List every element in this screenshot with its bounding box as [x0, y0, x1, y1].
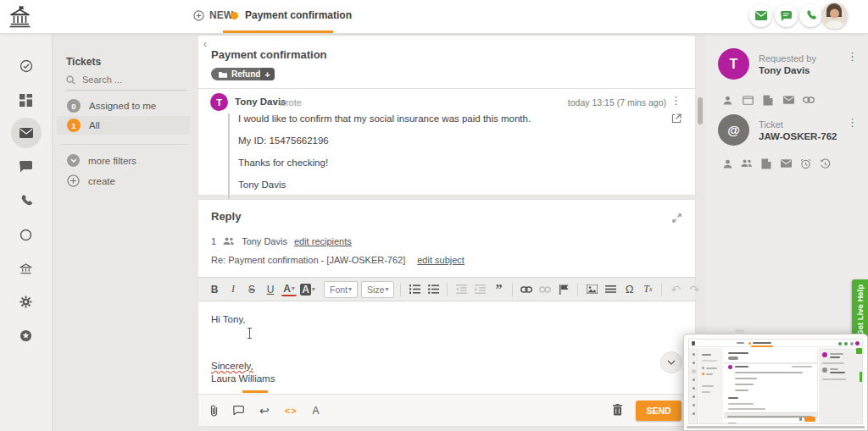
quote-reply-button[interactable]: ↩ — [259, 404, 270, 417]
divider — [198, 88, 695, 89]
undo-button[interactable]: ↶ — [668, 281, 683, 298]
ticket-reminder-button[interactable] — [799, 157, 811, 169]
ticket-agent-button[interactable] — [721, 157, 733, 169]
strikethrough-button[interactable]: S — [244, 281, 259, 298]
reply-body-editor[interactable]: Hi Tony, Sincerely, Laura Williams — [198, 302, 695, 395]
ticket-participants-button[interactable] — [741, 157, 753, 169]
plain-text-button[interactable]: A — [313, 405, 320, 417]
requester-notes-button[interactable] — [762, 94, 774, 106]
edit-subject-link[interactable]: edit subject — [417, 255, 465, 265]
ticket-tab-payment-confirmation[interactable]: Payment confirmation — [231, 9, 352, 21]
redo-button[interactable]: ↷ — [687, 281, 702, 298]
agent-avatar[interactable] — [821, 3, 848, 29]
nav-tickets-button[interactable] — [11, 118, 42, 148]
underline-button[interactable]: U — [263, 281, 278, 298]
recipients-row: 1 Tony Davis edit recipients — [211, 236, 352, 246]
discard-draft-button[interactable] — [613, 404, 622, 416]
bg-color-button[interactable]: A▾ — [300, 281, 315, 298]
plus-circle-icon — [67, 174, 80, 187]
message-menu-kebab-icon[interactable]: ⋮ — [670, 95, 682, 106]
message-line: Thanks for checking! — [238, 157, 531, 168]
expand-editor-icon[interactable] — [672, 213, 682, 223]
requester-avatar[interactable]: T — [718, 48, 749, 80]
bullet-list-button[interactable] — [426, 281, 441, 298]
search-input[interactable] — [82, 75, 175, 85]
nav-social-button[interactable] — [11, 219, 42, 250]
caret-icon: ▾ — [385, 285, 388, 293]
blockquote-button[interactable]: ” — [491, 281, 506, 298]
screen-share-preview-window[interactable] — [683, 334, 868, 431]
create-filter-button[interactable]: create — [67, 174, 115, 187]
note-icon — [761, 158, 771, 169]
nav-gamification-button[interactable] — [11, 320, 42, 351]
more-filters-button[interactable]: more filters — [67, 154, 136, 167]
clear-format-button[interactable]: Tx — [640, 281, 655, 298]
add-tag-button[interactable]: + — [260, 68, 275, 80]
nav-dashboard-button[interactable] — [11, 85, 42, 115]
requester-email-button[interactable] — [782, 94, 794, 106]
ticket-notes-button[interactable] — [760, 157, 772, 169]
chat-icon — [781, 11, 792, 21]
flag-button[interactable] — [556, 281, 571, 298]
open-in-new-window-icon[interactable] — [671, 113, 682, 124]
all-count-badge: 1 — [67, 119, 81, 132]
requester-profile-button[interactable] — [721, 94, 733, 106]
card-icon — [743, 96, 754, 105]
live-help-tab[interactable]: Get Live Help — [852, 279, 868, 340]
special-char-button[interactable]: Ω — [621, 281, 637, 298]
new-call-button[interactable] — [799, 4, 822, 27]
scrollbar-thumb[interactable] — [698, 97, 703, 124]
attach-file-button[interactable] — [210, 405, 218, 417]
filter-assigned-to-me[interactable]: 0 Assigned to me — [57, 97, 190, 115]
outdent-button[interactable] — [453, 281, 469, 298]
nav-calls-button[interactable] — [11, 185, 42, 216]
requester-menu-kebab-icon[interactable]: ⋮ — [847, 51, 858, 62]
requester-card-button[interactable] — [742, 94, 754, 106]
message-author-avatar: T — [210, 93, 228, 111]
send-button[interactable]: SEND — [636, 401, 682, 421]
requester-link-button[interactable] — [803, 94, 815, 106]
company-logo-bank-icon[interactable] — [8, 5, 31, 29]
edit-recipients-link[interactable]: edit recipients — [294, 236, 352, 246]
new-email-button[interactable] — [749, 4, 772, 27]
italic-button[interactable]: I — [225, 281, 241, 298]
insert-link-button[interactable] — [519, 281, 534, 298]
unlink-button[interactable] — [537, 281, 553, 298]
scroll-down-button[interactable] — [660, 351, 682, 373]
reply-signature-name: Laura Williams — [211, 373, 275, 384]
size-select[interactable]: Size ▾ — [361, 281, 394, 298]
ticket-email-button[interactable] — [780, 157, 792, 169]
history-clock-icon — [820, 158, 831, 169]
ticket-detail-card: ‹ Payment confirmation Refunds + T Tony … — [198, 35, 696, 196]
indent-button[interactable] — [472, 281, 487, 298]
nav-chats-button[interactable] — [11, 152, 42, 182]
ordered-list-button[interactable] — [407, 281, 422, 298]
ticket-action-row — [721, 157, 831, 169]
collapse-panel-chevron[interactable]: ‹ — [203, 38, 207, 50]
new-chat-button[interactable] — [775, 4, 798, 27]
pip-drag-handle[interactable] — [735, 329, 744, 334]
pip-bottom-strip — [687, 426, 865, 428]
nav-bank-button[interactable] — [11, 253, 42, 284]
ticket-channel-avatar[interactable]: @ — [718, 114, 749, 146]
horizontal-rule-button[interactable] — [603, 281, 618, 298]
new-ticket-tab[interactable]: NEW — [193, 9, 233, 21]
toolbar-separator — [512, 283, 513, 296]
ticket-search — [66, 75, 186, 91]
insert-image-button[interactable] — [584, 281, 599, 298]
toolbar-separator — [400, 283, 401, 296]
tickets-panel-title: Tickets — [66, 56, 101, 68]
font-select[interactable]: Font ▾ — [324, 281, 358, 298]
html-source-button[interactable]: <> — [285, 406, 298, 416]
bold-button[interactable]: B — [207, 281, 222, 298]
nav-settings-button[interactable] — [11, 286, 42, 317]
nav-to-solve-button[interactable] — [11, 51, 42, 81]
text-color-button[interactable]: A▾ — [281, 283, 297, 296]
text-color-a: A — [283, 283, 291, 295]
ticket-history-button[interactable] — [819, 157, 831, 169]
ticket-menu-kebab-icon[interactable]: ⋮ — [847, 117, 858, 128]
assigned-count-badge: 0 — [67, 99, 81, 113]
canned-message-button[interactable] — [233, 406, 244, 415]
filter-all[interactable]: 1 All — [57, 116, 190, 135]
phone-icon — [805, 10, 816, 21]
